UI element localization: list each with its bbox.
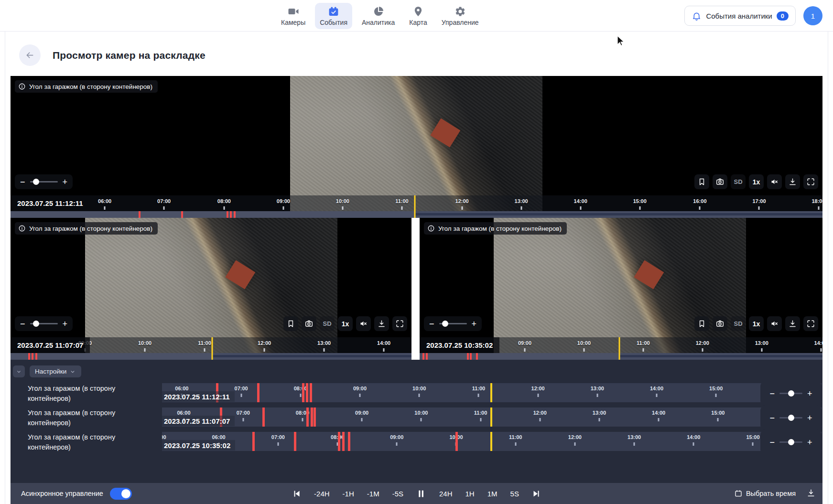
snapshot-button[interactable] — [713, 174, 727, 189]
step-forward-5s-button[interactable]: 5S — [510, 490, 519, 498]
skip-to-end-button[interactable] — [532, 489, 541, 498]
nav-item-cameras[interactable]: Камеры — [276, 3, 310, 29]
event-marker[interactable] — [470, 353, 472, 360]
zoom-in-button[interactable]: + — [472, 320, 477, 328]
quality-button[interactable]: SD — [320, 316, 335, 331]
playhead[interactable] — [212, 337, 213, 360]
playhead[interactable] — [490, 407, 492, 427]
event-marker[interactable] — [311, 407, 313, 427]
zoom-out-button[interactable]: − — [769, 438, 775, 447]
nav-item-map[interactable]: Карта — [404, 3, 432, 29]
zoom-out-button[interactable]: − — [429, 320, 434, 328]
speed-button[interactable]: 1x — [749, 174, 764, 189]
info-icon[interactable] — [18, 225, 26, 232]
analytics-events-button[interactable]: События аналитики 0 — [684, 6, 796, 26]
zoom-slider[interactable] — [779, 441, 802, 443]
nav-item-events[interactable]: События — [315, 3, 352, 29]
event-marker[interactable] — [342, 432, 345, 451]
zoom-slider[interactable] — [779, 417, 802, 418]
zoom-slider[interactable] — [439, 323, 467, 324]
zoom-out-button[interactable]: − — [769, 389, 775, 398]
mute-button[interactable] — [356, 316, 371, 331]
event-marker[interactable] — [455, 432, 458, 451]
event-marker[interactable] — [294, 432, 296, 451]
event-marker[interactable] — [252, 432, 255, 451]
nav-item-management[interactable]: Управление — [437, 3, 484, 29]
camera-timeline[interactable]: 2023.07.25 11:12:11 06:0007:0008:0009:00… — [11, 195, 822, 218]
step-back-24h-button[interactable]: -24H — [314, 490, 330, 498]
event-marker[interactable] — [314, 407, 316, 427]
zoom-out-button[interactable]: − — [20, 178, 25, 186]
zoom-slider-knob[interactable] — [33, 321, 39, 327]
export-download-button[interactable] — [806, 488, 816, 499]
event-marker[interactable] — [348, 432, 350, 451]
event-marker[interactable] — [257, 383, 260, 402]
zoom-in-button[interactable]: + — [807, 414, 812, 422]
zoom-out-button[interactable]: − — [769, 414, 775, 422]
camera-timeline[interactable]: 2023.07.25 10:35:02 09:0010:0011:0012:00… — [420, 337, 822, 360]
row-timeline[interactable]: 2023.07.25 11:12:11 06:0007:0008:0009:00… — [162, 383, 822, 402]
mute-button[interactable] — [767, 316, 782, 331]
zoom-slider[interactable] — [30, 323, 58, 324]
fullscreen-button[interactable] — [803, 316, 818, 331]
bookmark-button[interactable] — [283, 316, 298, 331]
event-marker[interactable] — [467, 353, 469, 360]
zoom-in-button[interactable]: + — [807, 389, 812, 398]
event-marker[interactable] — [306, 407, 309, 427]
zoom-out-button[interactable]: − — [20, 320, 25, 328]
zoom-slider[interactable] — [30, 181, 58, 182]
step-back-1h-button[interactable]: -1H — [343, 490, 354, 498]
zoom-in-button[interactable]: + — [807, 438, 812, 447]
event-marker[interactable] — [234, 211, 236, 218]
camera-name[interactable]: Угол за гаражом (в сторону контейнеров) — [11, 383, 162, 404]
download-button[interactable] — [374, 316, 389, 331]
step-forward-1m-button[interactable]: 1M — [487, 490, 498, 498]
zoom-in-button[interactable]: + — [63, 320, 68, 328]
back-button[interactable] — [19, 44, 41, 66]
event-marker[interactable] — [139, 211, 141, 218]
step-back-1m-button[interactable]: -1M — [367, 490, 379, 498]
user-avatar[interactable]: 1 — [803, 6, 822, 25]
info-icon[interactable] — [427, 225, 435, 232]
speed-button[interactable]: 1x — [338, 316, 353, 331]
pause-button[interactable] — [416, 489, 426, 499]
skip-to-start-button[interactable] — [292, 489, 301, 498]
event-marker[interactable] — [28, 353, 30, 360]
event-marker[interactable] — [35, 353, 37, 360]
download-button[interactable] — [785, 174, 800, 189]
fullscreen-button[interactable] — [803, 174, 818, 189]
fullscreen-button[interactable] — [392, 316, 407, 331]
nav-item-analytics[interactable]: Аналитика — [357, 3, 400, 29]
event-marker[interactable] — [422, 353, 424, 360]
row-timeline[interactable]: 2023.07.25 10:35:02 05:0006:0007:0008:00… — [162, 432, 822, 451]
bookmark-button[interactable] — [694, 316, 709, 331]
event-marker[interactable] — [476, 353, 478, 360]
collapse-panel-button[interactable] — [13, 365, 25, 377]
speed-button[interactable]: 1x — [749, 316, 764, 331]
event-marker[interactable] — [262, 407, 265, 427]
row-timeline[interactable]: 2023.07.25 11:07:07 06:0007:0008:0009:00… — [162, 407, 822, 427]
step-forward-24h-button[interactable]: 24H — [439, 490, 453, 498]
camera-name[interactable]: Угол за гаражом (в сторону контейнеров) — [11, 407, 162, 428]
zoom-in-button[interactable]: + — [63, 178, 68, 186]
event-marker[interactable] — [227, 211, 228, 218]
snapshot-button[interactable] — [713, 316, 727, 331]
event-marker[interactable] — [310, 383, 312, 402]
camera-name[interactable]: Угол за гаражом (в сторону контейнеров) — [11, 432, 162, 452]
playhead[interactable] — [619, 337, 620, 360]
zoom-slider-knob[interactable] — [442, 321, 448, 327]
zoom-slider-knob[interactable] — [788, 415, 794, 421]
event-marker[interactable] — [338, 432, 340, 451]
async-control-toggle[interactable] — [110, 488, 132, 500]
event-marker[interactable] — [306, 383, 308, 402]
zoom-slider-knob[interactable] — [33, 179, 39, 185]
settings-dropdown[interactable]: Настройки — [30, 365, 81, 377]
zoom-slider-knob[interactable] — [788, 439, 794, 445]
playhead[interactable] — [490, 432, 492, 451]
snapshot-button[interactable] — [302, 316, 316, 331]
info-icon[interactable] — [18, 83, 26, 90]
quality-button[interactable]: SD — [731, 316, 746, 331]
mute-button[interactable] — [767, 174, 782, 189]
bookmark-button[interactable] — [694, 174, 709, 189]
event-marker[interactable] — [302, 383, 304, 402]
